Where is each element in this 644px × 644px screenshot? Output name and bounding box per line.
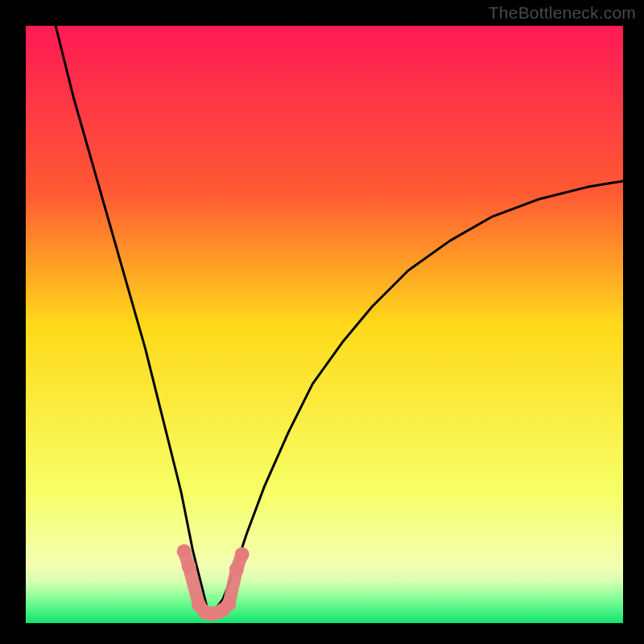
highlight-dot	[221, 597, 236, 611]
watermark-text: TheBottleneck.com	[489, 3, 636, 23]
chart-plot-area	[26, 26, 623, 623]
chart-svg	[26, 26, 623, 623]
chart-background	[26, 26, 623, 623]
highlight-dot	[235, 547, 250, 562]
highlight-dot	[177, 544, 192, 559]
chart-stage: TheBottleneck.com	[0, 0, 644, 644]
highlight-dot	[182, 559, 196, 574]
highlight-dot	[229, 562, 244, 576]
